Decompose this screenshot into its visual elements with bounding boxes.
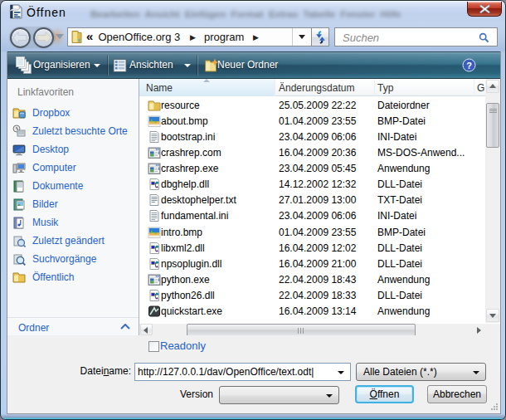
svg-text:?: ? — [466, 61, 472, 71]
